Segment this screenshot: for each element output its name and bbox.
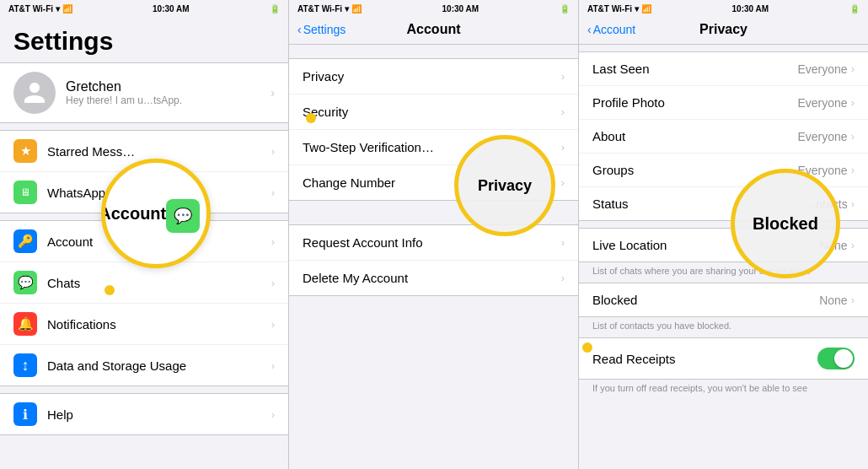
starred-icon: ★: [13, 139, 37, 163]
privacy-lastseen[interactable]: Last Seen Everyone ›: [579, 52, 868, 86]
livelocation-chevron: ›: [851, 239, 855, 251]
livelocation-desc: List of chats where you are sharing your…: [579, 262, 868, 283]
list-item-help[interactable]: ℹ Help ›: [0, 394, 288, 434]
status-chevron: ›: [851, 197, 855, 210]
chats-label: Chats: [47, 276, 271, 290]
zoom-blocked-circle: Blocked: [731, 169, 840, 278]
privacy-blocked-section: Blocked None › List of contacts you have…: [579, 283, 868, 337]
list-item-chats[interactable]: 💬 Chats ›: [0, 262, 288, 304]
back-account-label: Account: [593, 23, 636, 36]
back-account-chevron-icon: ‹: [587, 23, 592, 36]
profile-chevron: ›: [271, 86, 275, 100]
carrier-middle: AT&T Wi-Fi ▾ 📶: [297, 4, 362, 13]
user-icon: [22, 80, 47, 105]
data-chevron: ›: [271, 359, 275, 372]
profilephoto-label: Profile Photo: [592, 95, 798, 110]
privacy-groups[interactable]: Groups Everyone ›: [579, 154, 868, 187]
back-to-settings[interactable]: ‹ Settings: [297, 23, 346, 36]
privacy-title: Privacy: [699, 22, 747, 37]
about-label: About: [592, 129, 798, 143]
requestinfo-chevron: ›: [561, 236, 565, 249]
privacy-readreceipts[interactable]: Read Receipts: [579, 338, 868, 379]
about-value: Everyone: [798, 130, 848, 143]
security-chevron: ›: [561, 105, 565, 118]
chats-icon: 💬: [13, 271, 37, 294]
list-item-data[interactable]: ↕ Data and Storage Usage ›: [0, 345, 288, 385]
notifications-chevron: ›: [271, 318, 275, 331]
privacy-nav-header: ‹ Account Privacy: [579, 17, 868, 45]
privacy-profilephoto[interactable]: Profile Photo Everyone ›: [579, 86, 868, 120]
profile-info: Gretchen Hey there! I am u…tsApp.: [66, 79, 182, 106]
carrier-left: AT&T Wi-Fi ▾ 📶: [8, 4, 72, 13]
profile-row[interactable]: Gretchen Hey there! I am u…tsApp. ›: [0, 62, 288, 123]
zoom-account-circle: 🔑 Account 💬 Chats: [101, 159, 211, 268]
lastseen-value: Everyone: [798, 62, 848, 76]
account-deleteaccount-item[interactable]: Delete My Account ›: [289, 261, 578, 295]
dot-privacy: [306, 113, 316, 123]
battery-right: 🔋: [849, 4, 860, 13]
twostep-chevron: ›: [561, 141, 565, 154]
web-chevron: ›: [271, 186, 275, 199]
account-privacy-item[interactable]: Privacy ›: [289, 59, 578, 94]
groups-chevron: ›: [851, 164, 855, 176]
zoom-privacy-label: Privacy: [478, 177, 532, 195]
help-label: Help: [47, 407, 271, 422]
requestinfo-label: Request Account Info: [303, 235, 561, 250]
deleteaccount-label: Delete My Account: [303, 271, 561, 285]
help-chevron: ›: [271, 408, 275, 421]
profilephoto-chevron: ›: [851, 96, 855, 109]
readreceipts-toggle[interactable]: [817, 348, 855, 369]
zoom-blocked-label: Blocked: [753, 214, 818, 234]
middle-panel: AT&T Wi-Fi ▾ 📶 10:30 AM 🔋 ‹ Settings Acc…: [289, 0, 579, 469]
lastseen-chevron: ›: [851, 62, 855, 75]
profilephoto-value: Everyone: [798, 96, 848, 110]
status-bar-middle: AT&T Wi-Fi ▾ 📶 10:30 AM 🔋: [289, 0, 578, 17]
privacy-blocked[interactable]: Blocked None ›: [579, 283, 868, 316]
starred-chevron: ›: [271, 145, 275, 158]
chats-chevron: ›: [271, 277, 275, 289]
changenumber-chevron: ›: [561, 176, 565, 189]
readreceipts-desc: If you turn off read receipts, you won't…: [579, 380, 868, 400]
help-icon: ℹ: [13, 402, 37, 426]
web-icon: 🖥: [13, 181, 37, 204]
data-label: Data and Storage Usage: [47, 358, 271, 373]
profile-name: Gretchen: [66, 79, 182, 94]
notifications-icon: 🔔: [13, 312, 37, 336]
lastseen-label: Last Seen: [592, 62, 798, 76]
starred-label: Starred Mess…: [47, 144, 271, 159]
account-section-2: Request Account Info › Delete My Account…: [289, 224, 578, 296]
blocked-chevron: ›: [851, 294, 855, 306]
data-icon: ↕: [13, 353, 37, 377]
account-security-item[interactable]: Security ›: [289, 94, 578, 130]
status-bar-right: AT&T Wi-Fi ▾ 📶 10:30 AM 🔋: [579, 0, 868, 17]
notifications-label: Notifications: [47, 317, 271, 332]
privacy-chevron: ›: [561, 70, 565, 83]
battery-left: 🔋: [270, 4, 280, 13]
battery-middle: 🔋: [560, 4, 570, 13]
time-middle: 10:30 AM: [442, 4, 480, 13]
account-chevron: ›: [271, 235, 275, 248]
account-requestinfo-item[interactable]: Request Account Info ›: [289, 225, 578, 261]
privacy-about[interactable]: About Everyone ›: [579, 120, 868, 154]
privacy-section-blocked: Blocked None ›: [579, 283, 868, 317]
privacy-section-readreceipts: Read Receipts: [579, 337, 868, 380]
carrier-right: AT&T Wi-Fi ▾ 📶: [587, 4, 651, 13]
profile-subtitle: Hey there! I am u…tsApp.: [66, 94, 182, 106]
left-panel: AT&T Wi-Fi ▾ 📶 10:30 AM 🔋 Settings Gretc…: [0, 0, 289, 469]
privacy-readreceipts-section: Read Receipts If you turn off read recei…: [579, 337, 868, 400]
security-label: Security: [303, 105, 561, 119]
status-bar-left: AT&T Wi-Fi ▾ 📶 10:30 AM 🔋: [0, 0, 288, 17]
dot-blocked: [582, 342, 592, 353]
about-chevron: ›: [851, 130, 855, 143]
account-nav-header: ‹ Settings Account: [289, 17, 578, 45]
settings-title: Settings: [0, 17, 288, 62]
back-settings-label: Settings: [303, 23, 346, 36]
blocked-label: Blocked: [592, 293, 819, 307]
list-item-notifications[interactable]: 🔔 Notifications ›: [0, 304, 288, 345]
panels-wrapper: AT&T Wi-Fi ▾ 📶 10:30 AM 🔋 Settings Gretc…: [0, 0, 868, 469]
back-to-account[interactable]: ‹ Account: [587, 23, 635, 36]
account-icon: 🔑: [13, 229, 37, 253]
dot-account: [104, 285, 115, 295]
time-left: 10:30 AM: [153, 4, 190, 13]
blocked-desc: List of contacts you have blocked.: [579, 317, 868, 337]
